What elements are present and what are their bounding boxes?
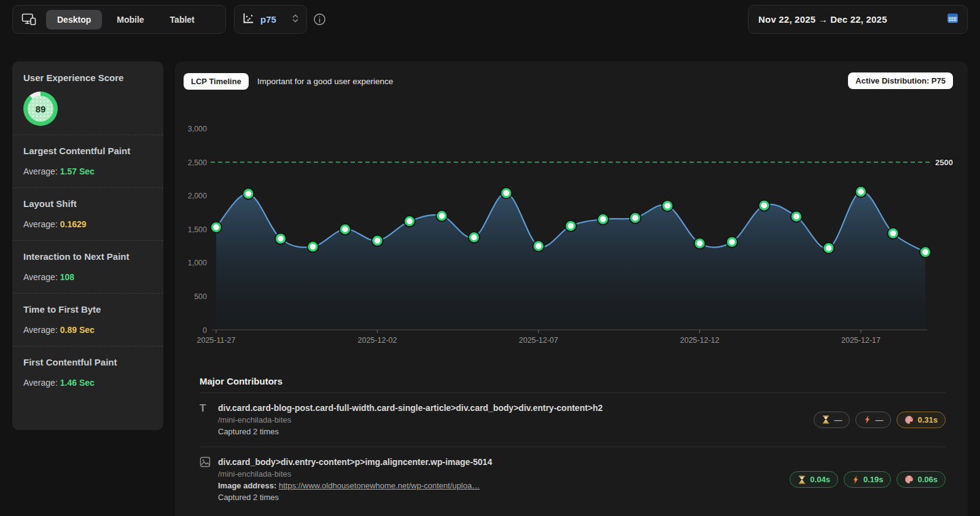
metric-largest-contentful-paint[interactable]: Largest Contentful Paint Average:1.57 Se… (12, 135, 163, 187)
hourglass-icon (798, 475, 806, 484)
dashboard-page: Desktop Mobile Tablet p75 Nov 22, 2025 →… (0, 0, 980, 516)
svg-text:2025-12-12: 2025-12-12 (680, 336, 720, 345)
bolt-icon (852, 475, 860, 484)
palette-icon (904, 475, 914, 484)
svg-text:2025-12-02: 2025-12-02 (358, 336, 397, 345)
load-delay-badge: 0.19s (844, 471, 892, 488)
device-toggle-group: Desktop Mobile Tablet (12, 5, 226, 34)
threshold-line: 2500 (211, 158, 953, 167)
svg-text:2025-12-17: 2025-12-17 (841, 336, 881, 345)
metric-label: Average: (23, 219, 58, 229)
metric-value: 1.46 Sec (60, 378, 95, 388)
render-delay-badge: 0.06s (896, 471, 946, 488)
info-icon[interactable] (313, 13, 326, 26)
bolt-icon (863, 415, 871, 424)
lcp-timeline-chart[interactable]: 05001,0001,5002,0002,5003,000 2500 2025-… (181, 108, 961, 396)
percentile-select[interactable]: p75 (234, 5, 307, 34)
ttfb-badge: 0.04s (790, 471, 838, 488)
contributor-selector: div.card_body>div.entry-content>p>img.al… (218, 456, 790, 468)
date-range-text: Nov 22, 2025 → Dec 22, 2025 (758, 14, 887, 25)
y-axis-labels: 05001,0001,5002,0002,5003,000 (188, 125, 207, 335)
svg-text:2025-12-07: 2025-12-07 (519, 336, 558, 345)
timeline-note: Important for a good user experience (257, 77, 393, 86)
render-delay-badge: 0.31s (896, 412, 946, 428)
x-axis-labels: 2025-11-272025-12-022025-12-072025-12-12… (196, 330, 881, 345)
contributor-row: T div.card.card-blog-post.card-full-widt… (200, 393, 946, 447)
svg-text:500: 500 (194, 292, 207, 301)
metric-label: Average: (23, 166, 58, 176)
image-element-icon (200, 456, 218, 471)
metrics-sidebar: User Experience Score 89 Largest Content… (12, 61, 163, 430)
score-value: 89 (36, 104, 46, 114)
metric-value: 1.57 Sec (60, 166, 95, 176)
metric-label: Average: (23, 272, 58, 282)
contributors-title: Major Contributors (200, 376, 946, 393)
metric-first-contentful-paint[interactable]: First Contentful Paint Average:1.46 Sec (12, 346, 163, 399)
svg-text:0: 0 (203, 326, 207, 335)
tab-mobile[interactable]: Mobile (106, 10, 155, 29)
metric-label: Average: (23, 378, 58, 388)
active-distribution-badge: Active Distribution: P75 (848, 72, 953, 89)
metric-label: Average: (23, 325, 58, 335)
metric-value: 108 (60, 272, 74, 282)
svg-text:2,500: 2,500 (188, 158, 207, 167)
svg-text:3,000: 3,000 (188, 125, 207, 133)
metric-value: 0.1629 (60, 219, 87, 229)
scatter-plot-icon (242, 12, 254, 27)
palette-icon (904, 415, 914, 424)
svg-text:2,000: 2,000 (188, 192, 207, 200)
image-address-link[interactable]: https://www.oldhousetonewhome.net/wp-con… (279, 481, 480, 490)
major-contributors-section: Major Contributors T div.card.card-blog-… (200, 376, 946, 512)
svg-text:2025-11-27: 2025-11-27 (196, 336, 235, 345)
ttfb-badge: — (814, 412, 850, 428)
metric-layout-shift[interactable]: Layout Shift Average:0.1629 (12, 187, 163, 240)
metric-value: 0.89 Sec (60, 325, 95, 335)
contributor-captured-count: Captured 2 times (218, 426, 814, 437)
svg-text:2500: 2500 (935, 158, 953, 167)
date-range-picker[interactable]: Nov 22, 2025 → Dec 22, 2025 (748, 5, 968, 34)
svg-text:1,000: 1,000 (188, 259, 207, 267)
calendar-icon (947, 12, 959, 26)
panel-header: LCP Timeline Important for a good user e… (184, 72, 953, 90)
contributor-selector: div.card.card-blog-post.card-full-width.… (218, 402, 814, 414)
user-experience-score-card: User Experience Score 89 (12, 61, 163, 135)
percentile-value: p75 (260, 14, 276, 25)
image-address-label: Image address: (218, 481, 276, 490)
responsive-devices-icon (21, 13, 36, 26)
tab-tablet[interactable]: Tablet (159, 10, 206, 29)
svg-text:1,500: 1,500 (188, 225, 207, 234)
load-delay-badge: — (855, 412, 891, 428)
contributor-captured-count: Captured 2 times (218, 491, 790, 503)
distribution-value: P75 (931, 76, 946, 85)
score-title: User Experience Score (23, 72, 152, 83)
metric-time-to-first-byte[interactable]: Time to First Byte Average:0.89 Sec (12, 293, 163, 346)
contributor-page-path: /mini-enchilada-bites (218, 468, 790, 480)
tab-desktop[interactable]: Desktop (46, 10, 102, 29)
hourglass-icon (822, 415, 830, 424)
score-gauge: 89 (23, 92, 58, 126)
contributor-row: div.card_body>div.entry-content>p>img.al… (200, 447, 946, 512)
contributor-page-path: /mini-enchilada-bites (218, 414, 814, 426)
timeline-panel: LCP Timeline Important for a good user e… (175, 61, 968, 516)
text-element-icon: T (200, 402, 218, 415)
metric-interaction-to-next-paint[interactable]: Interaction to Next Paint Average:108 (12, 240, 163, 293)
image-address-line: Image address: https://www.oldhousetonew… (218, 480, 790, 491)
lcp-timeline-badge: LCP Timeline (184, 73, 249, 90)
chevron-updown-icon (292, 13, 299, 26)
chart-area-fill (216, 192, 925, 330)
